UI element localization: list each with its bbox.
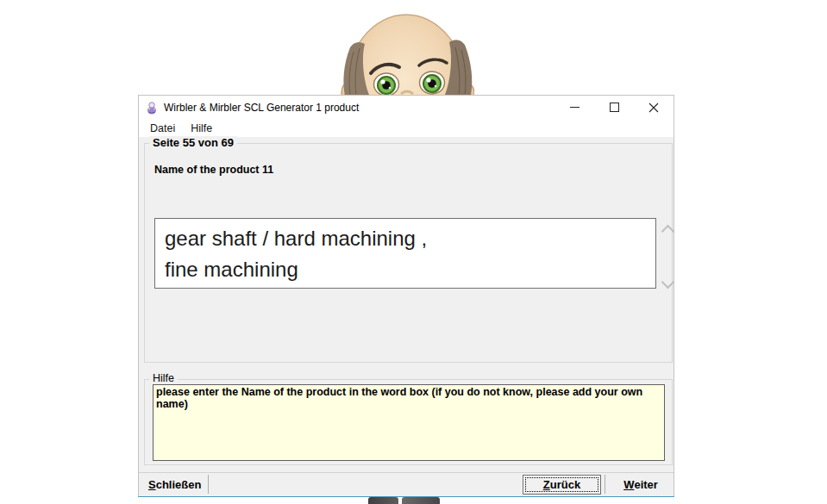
close-button-label: chließen <box>156 478 202 491</box>
figure-right-shoe <box>402 497 440 504</box>
footer-button-bar: Schließen Zurück Weiter <box>139 472 674 496</box>
back-button-mnemonic: Z <box>543 478 550 491</box>
app-window: Wirbler & Mirbler SCL Generator 1 produc… <box>138 95 674 497</box>
help-textbox: please enter the Name of the product in … <box>153 384 665 461</box>
footer-separator-1 <box>208 475 209 494</box>
product-name-line-2: fine machining <box>165 254 646 285</box>
back-button-label: urück <box>550 478 580 491</box>
title-bar: Wirbler & Mirbler SCL Generator 1 produc… <box>139 96 674 119</box>
cartoon-head-image <box>341 7 474 95</box>
product-name-line-1: gear shaft / hard machining , <box>165 223 646 254</box>
chevron-up-icon[interactable] <box>661 225 675 239</box>
minimize-icon <box>570 107 580 108</box>
maximize-icon <box>610 103 619 112</box>
figure-left-shoe <box>368 497 398 504</box>
close-button-mnemonic: S <box>148 478 156 491</box>
page-groupbox: Seite 55 von 69 Name of the product 11 g… <box>144 143 673 363</box>
app-icon <box>145 101 159 115</box>
next-button-mnemonic: W <box>623 478 634 491</box>
product-name-textbox[interactable]: gear shaft / hard machining , fine machi… <box>154 218 656 289</box>
help-groupbox: Hilfe please enter the Name of the produ… <box>144 379 673 465</box>
back-button[interactable]: Zurück <box>523 475 601 495</box>
close-button[interactable]: Schließen <box>144 475 208 495</box>
maximize-button[interactable] <box>601 96 627 119</box>
menu-hilfe[interactable]: Hilfe <box>185 121 218 136</box>
menu-bar: Datei Hilfe <box>139 119 674 137</box>
chevron-down-icon[interactable] <box>661 276 675 289</box>
close-icon <box>648 103 659 113</box>
help-groupbox-title: Hilfe <box>149 372 178 384</box>
next-button[interactable]: Weiter <box>611 475 670 495</box>
close-window-button[interactable] <box>641 96 667 119</box>
minimize-button[interactable] <box>561 96 587 119</box>
menu-datei[interactable]: Datei <box>144 121 181 136</box>
product-name-label: Name of the product 11 <box>154 164 273 176</box>
window-title: Wirbler & Mirbler SCL Generator 1 produc… <box>164 102 359 114</box>
footer-separator-2 <box>605 475 605 494</box>
page-groupbox-title: Seite 55 von 69 <box>149 136 237 149</box>
next-button-label: eiter <box>634 478 657 491</box>
client-area: Seite 55 von 69 Name of the product 11 g… <box>139 137 674 495</box>
